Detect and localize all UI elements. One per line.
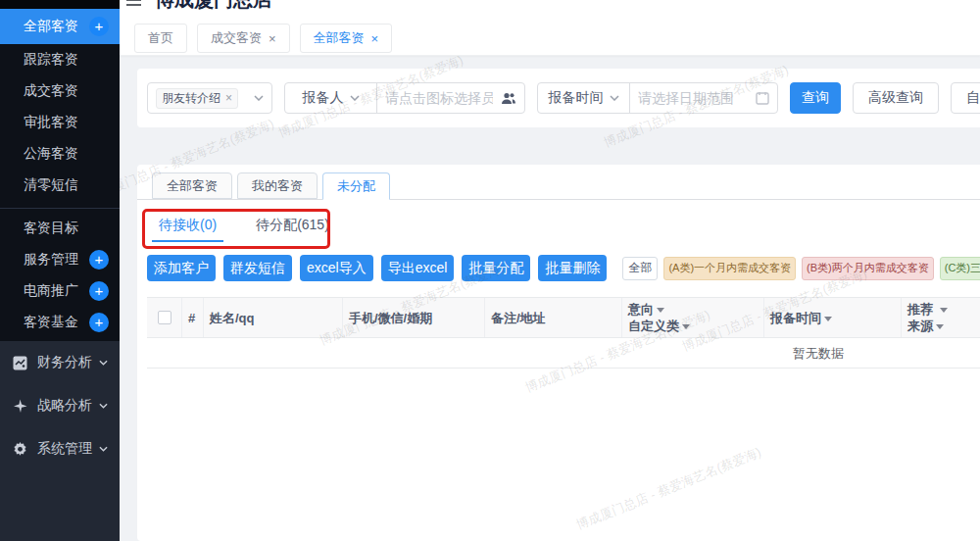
action-button-群发短信[interactable]: 群发短信: [223, 255, 292, 281]
sidebar-item-财务分析[interactable]: 财务分析: [0, 341, 120, 384]
action-button-批量删除[interactable]: 批量删除: [538, 255, 607, 281]
chip-c[interactable]: (C类)三个月内需成交客资: [940, 257, 980, 280]
reporter-filter-group: 报备人: [284, 82, 525, 114]
route-tab-label: 全部客资: [314, 29, 365, 47]
table-header-cell: 报备时间: [764, 298, 902, 337]
filter-caret-icon[interactable]: [936, 324, 944, 329]
tab-我的客资[interactable]: 我的客资: [237, 172, 318, 199]
sidebar-item-跟踪客资[interactable]: 跟踪客资: [0, 44, 120, 75]
plus-icon[interactable]: +: [89, 281, 109, 301]
date-range-input[interactable]: [630, 90, 756, 106]
sidebar-item-成交客资[interactable]: 成交客资: [0, 75, 120, 107]
scope-tabs: 全部客资我的客资未分配: [152, 172, 390, 200]
subtab-待接收(0)[interactable]: 待接收(0): [152, 211, 223, 242]
chip-default[interactable]: 全部: [622, 257, 658, 280]
reporter-input[interactable]: [377, 90, 501, 106]
column-label: 意向: [628, 302, 654, 317]
sidebar-item-label: 清零短信: [24, 176, 78, 194]
filter-caret-icon[interactable]: [940, 308, 948, 313]
filter-tag: 朋友转介绍 ×: [156, 88, 238, 109]
table-header-cell: #: [182, 298, 204, 337]
custom-button[interactable]: 自定义报: [951, 82, 980, 114]
hamburger-menu-icon[interactable]: [126, 0, 141, 9]
sidebar-item-label: 电商推广: [24, 282, 78, 300]
report-time-select[interactable]: 报备时间: [538, 83, 630, 113]
sidebar-item-服务管理[interactable]: 服务管理+: [0, 244, 120, 275]
tag-remove-icon[interactable]: ×: [225, 91, 232, 105]
chevron-down-icon: [350, 95, 360, 101]
sidebar: 全部客资+跟踪客资成交客资审批客资公海客资清零短信 客资目标服务管理+电商推广+…: [0, 0, 120, 541]
sidebar-top-strip: [0, 0, 120, 9]
route-tab-全部客资[interactable]: 全部客资×: [300, 24, 393, 53]
chevron-down-icon: [99, 360, 108, 366]
chevron-down-icon: [610, 95, 619, 101]
close-icon[interactable]: ×: [371, 31, 379, 46]
plus-icon[interactable]: +: [89, 250, 109, 270]
chip-b[interactable]: (B类)两个月内需成交客资: [802, 257, 934, 280]
column-label: 推荐: [907, 302, 937, 317]
sidebar-item-清零短信[interactable]: 清零短信: [0, 170, 120, 201]
column-label: #: [188, 311, 195, 325]
sidebar-item-label: 战略分析: [37, 397, 92, 415]
sidebar-item-label: 公海客资: [24, 145, 78, 163]
table-header: #姓名/qq手机/微信/婚期备注/地址意向自定义类报备时间推荐 来源: [147, 297, 980, 338]
sidebar-menu-top: 全部客资+跟踪客资成交客资审批客资公海客资清零短信: [0, 9, 120, 201]
sidebar-item-label: 服务管理: [24, 251, 78, 269]
sidebar-item-全部客资[interactable]: 全部客资+: [0, 9, 120, 44]
sidebar-item-客资目标[interactable]: 客资目标: [0, 213, 120, 244]
sidebar-item-审批客资[interactable]: 审批客资: [0, 107, 120, 138]
chip-a[interactable]: (A类)一个月内需成交客资: [663, 257, 796, 280]
subtab-待分配(615)[interactable]: 待分配(615): [249, 211, 336, 242]
table-header-cell: 推荐 来源: [902, 298, 980, 337]
sidebar-item-系统管理[interactable]: 系统管理: [0, 427, 120, 470]
sidebar-item-公海客资[interactable]: 公海客资: [0, 138, 120, 170]
select-all-checkbox[interactable]: [158, 311, 172, 324]
table-header-cell: 备注/地址: [485, 298, 622, 337]
search-button[interactable]: 查询: [790, 82, 841, 114]
calendar-icon[interactable]: [756, 91, 769, 105]
plus-icon[interactable]: +: [89, 313, 109, 332]
column-label: 备注/地址: [491, 311, 546, 325]
toolbar: 添加客户群发短信excel导入导出excel批量分配批量删除 全部(A类)一个月…: [147, 255, 980, 281]
route-tab-label: 成交客资: [211, 29, 262, 47]
action-buttons: 添加客户群发短信excel导入导出excel批量分配批量删除: [147, 255, 614, 281]
sidebar-menu-mid: 客资目标服务管理+电商推广+客资基金+: [0, 213, 120, 338]
filter-caret-icon[interactable]: [682, 324, 690, 329]
assign-subtabs: 待接收(0)待分配(615): [152, 211, 336, 242]
route-tab-成交客资[interactable]: 成交客资×: [197, 24, 290, 53]
action-button-excel导入[interactable]: excel导入: [300, 255, 373, 281]
sidebar-item-label: 成交客资: [24, 82, 78, 100]
customer-list-panel: 全部客资我的客资未分配 待接收(0)待分配(615) 添加客户群发短信excel…: [137, 165, 980, 541]
table-header-cell: 意向自定义类: [622, 298, 764, 337]
close-icon[interactable]: ×: [269, 31, 276, 46]
reporter-select[interactable]: 报备人: [285, 83, 377, 113]
advanced-search-button[interactable]: 高级查询: [853, 82, 939, 114]
report-time-label: 报备时间: [549, 89, 604, 107]
action-button-批量分配[interactable]: 批量分配: [462, 255, 530, 281]
chevron-down-icon: [99, 403, 108, 409]
sidebar-item-label: 全部客资: [24, 18, 78, 35]
action-button-导出excel[interactable]: 导出excel: [381, 255, 455, 281]
column-label: 报备时间: [770, 311, 821, 325]
sidebar-divider: [0, 208, 120, 209]
route-tab-首页[interactable]: 首页: [134, 24, 187, 53]
filter-caret-icon[interactable]: [824, 317, 832, 321]
tab-全部客资[interactable]: 全部客资: [152, 172, 232, 199]
users-icon[interactable]: [501, 91, 516, 105]
sidebar-item-电商推广[interactable]: 电商推广+: [0, 275, 120, 307]
sidebar-item-label: 跟踪客资: [24, 51, 78, 69]
filter-tag-label: 朋友转介绍: [162, 90, 220, 107]
sidebar-item-label: 系统管理: [37, 440, 92, 458]
chevron-down-icon: [99, 446, 108, 452]
source-filter-select[interactable]: 朋友转介绍 ×: [147, 82, 272, 114]
filter-caret-icon[interactable]: [657, 308, 664, 313]
plus-icon[interactable]: +: [89, 17, 109, 36]
sidebar-item-战略分析[interactable]: 战略分析: [0, 384, 120, 427]
column-label: 自定义类: [628, 319, 679, 333]
sidebar-item-客资基金[interactable]: 客资基金+: [0, 307, 120, 338]
action-button-添加客户[interactable]: 添加客户: [147, 255, 216, 281]
plane-icon: [12, 398, 27, 414]
category-chips: 全部(A类)一个月内需成交客资(B类)两个月内需成交客资(C类)三个月内需成交客…: [622, 257, 980, 280]
column-label: 姓名/qq: [210, 311, 255, 325]
tab-未分配[interactable]: 未分配: [322, 172, 390, 200]
